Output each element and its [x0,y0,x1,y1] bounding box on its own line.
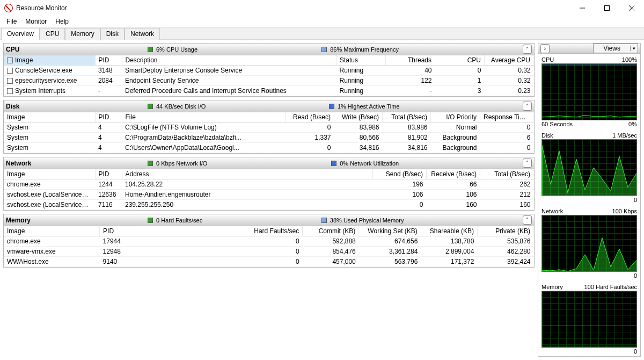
table-row[interactable]: epsecurityservice.exe2084Endpoint Securi… [4,76,534,86]
svg-rect-1 [605,6,610,11]
table-row[interactable]: System4C:\ProgramData\Backblaze\bzdata\b… [4,133,534,143]
section-cpu-header[interactable]: CPU 6% CPU Usage 86% Maximum Frequency ˄ [4,44,534,55]
table-row[interactable]: ConsoleService.exe3148SmartDeploy Enterp… [4,66,534,76]
menu-monitor[interactable]: Monitor [21,17,51,26]
tab-cpu[interactable]: CPU [40,28,65,40]
table-header-row: Image PID Hard Faults/sec Commit (KB) Wo… [4,226,534,236]
cell: 104.25.28.22 [122,179,373,190]
col-image[interactable]: Image [4,112,95,123]
chart-canvas [541,291,637,348]
chart-title: Disk [541,132,553,139]
col-pid[interactable]: PID [100,226,128,236]
col-pid[interactable]: PID [95,55,122,66]
col-hf[interactable]: Hard Faults/sec [128,226,303,236]
col-file[interactable]: File [122,112,286,123]
tab-memory[interactable]: Memory [65,28,100,40]
cell: 854,476 [303,247,359,257]
disk-active-stat: 1% Highest Active Time [338,103,400,110]
col-addr[interactable]: Address [122,169,373,179]
menu-help[interactable]: Help [51,17,73,26]
chart-title: Network [541,208,563,214]
table-row[interactable]: svchost.exe (LocalServiceAndNo...7116239… [4,200,534,210]
cell: C:\ProgramData\Backblaze\bzdata\bzfi... [122,133,286,143]
chevron-up-icon: ˄ [526,217,529,223]
col-total[interactable]: Total (B/sec) [383,112,431,123]
tab-disk[interactable]: Disk [100,28,125,40]
col-total[interactable]: Total (B/sec) [480,169,534,179]
collapse-button[interactable]: ˄ [523,102,532,111]
views-button[interactable]: Views ▾ [593,44,638,53]
menu-file[interactable]: File [2,17,21,26]
col-status[interactable]: Status [336,55,386,66]
cell: 2084 [95,76,122,86]
col-ws[interactable]: Working Set (KB) [359,226,421,236]
col-desc[interactable]: Description [122,55,336,66]
cpu-freq-stat: 86% Maximum Frequency [330,46,399,53]
table-row[interactable]: System4C:\$LogFile (NTFS Volume Log)083,… [4,123,534,133]
chart-canvas [541,63,637,120]
cell: 4 [95,133,122,143]
cell: Home-Aindien.engeniusrouter [122,190,373,200]
table-row[interactable]: vmware-vmx.exe129480854,4763,361,2842,89… [4,247,534,257]
cell: 0 [480,123,534,133]
cell: 212 [480,190,534,200]
collapse-button[interactable]: ˄ [523,215,532,225]
col-prio[interactable]: I/O Priority [431,112,480,123]
cell: Background [431,133,480,143]
col-image[interactable]: Image [4,226,100,236]
col-threads[interactable]: Threads [386,55,435,66]
col-image[interactable]: Image [4,55,95,66]
maximize-button[interactable] [595,0,619,16]
chart-footer-right: 0 [634,348,637,355]
col-priv[interactable]: Private (KB) [477,226,533,236]
app-icon [4,4,13,12]
col-image[interactable]: Image [4,169,95,179]
expand-charts-button[interactable]: › [540,44,550,53]
checkbox[interactable] [7,88,13,94]
col-resp[interactable]: Response Time ... [480,112,534,123]
section-disk-header[interactable]: Disk 44 KB/sec Disk I/O 1% Highest Activ… [4,100,534,112]
minimize-button[interactable] [570,0,595,16]
cell: 674,656 [359,236,421,247]
table-row[interactable]: WWAHost.exe91400457,000563,796171,372392… [4,257,534,267]
cell: 34,816 [383,143,431,153]
tab-overview[interactable]: Overview [1,28,40,40]
col-cpu[interactable]: CPU [435,55,485,66]
table-row[interactable]: System4C:\Users\Owner\AppData\Local\Goog… [4,143,534,153]
section-memory-header[interactable]: Memory 0 Hard Faults/sec 38% Used Physic… [4,214,534,226]
cell: 83,986 [334,123,383,133]
col-pid[interactable]: PID [95,112,122,123]
chevron-up-icon: ˄ [526,160,529,166]
collapse-button[interactable]: ˄ [523,159,532,168]
table-row[interactable]: System Interrupts-Deferred Procedure Cal… [4,86,534,96]
cell: 1,337 [286,133,334,143]
cell: 239.255.255.250 [122,200,373,210]
close-button[interactable] [619,0,644,16]
square-icon [331,161,336,166]
col-commit[interactable]: Commit (KB) [303,226,359,236]
checkbox[interactable] [7,68,13,74]
cell: 1 [435,76,485,86]
chart-canvas [541,139,637,196]
col-read[interactable]: Read (B/sec) [286,112,334,123]
cell: 0 [480,143,534,153]
table-row[interactable]: svchost.exe (LocalServicePeerNet)12636Ho… [4,190,534,200]
col-write[interactable]: Write (B/sec) [334,112,383,123]
cell: Running [336,76,386,86]
col-avg[interactable]: Average CPU [485,55,534,66]
checkbox[interactable] [7,57,13,63]
col-recv[interactable]: Receive (B/sec) [427,169,480,179]
section-network: Network 0 Kbps Network I/O 0% Network Ut… [3,157,535,211]
checkbox[interactable] [7,78,13,84]
table-row[interactable]: chrome.exe1244104.25.28.2219666262 [4,179,534,190]
col-pid[interactable]: PID [95,169,122,179]
tab-network[interactable]: Network [125,28,160,40]
col-send[interactable]: Send (B/sec) [373,169,427,179]
table-row[interactable]: chrome.exe179440592,888674,656138,780535… [4,236,534,247]
section-network-header[interactable]: Network 0 Kbps Network I/O 0% Network Ut… [4,157,534,169]
network-table: Image PID Address Send (B/sec) Receive (… [4,169,534,210]
collapse-button[interactable]: ˄ [523,45,532,54]
cell: 0.23 [485,86,534,96]
col-share[interactable]: Shareable (KB) [421,226,477,236]
section-memory: Memory 0 Hard Faults/sec 38% Used Physic… [3,214,535,268]
